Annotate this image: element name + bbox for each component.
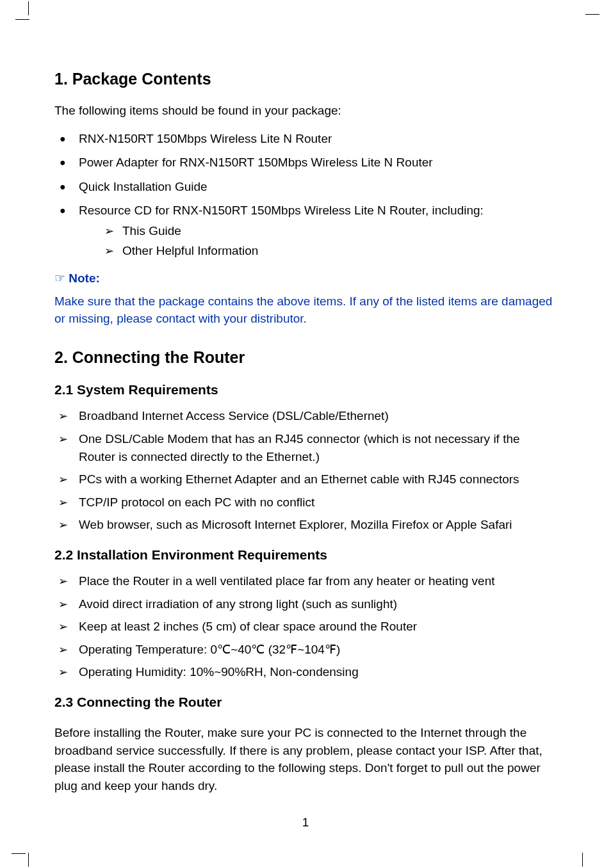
list-item: RNX-N150RT 150Mbps Wireless Lite N Route… xyxy=(54,130,557,148)
list-item: Resource CD for RNX-N150RT 150Mbps Wirel… xyxy=(54,202,557,259)
section-1-heading: 1. Package Contents xyxy=(54,67,557,90)
list-item: Place the Router in a well ventilated pl… xyxy=(54,572,557,590)
list-item: Web browser, such as Microsoft Internet … xyxy=(54,516,557,534)
list-item: This Guide xyxy=(102,222,557,240)
note-label: Note: xyxy=(54,269,557,287)
crop-mark xyxy=(15,5,29,20)
list-item-text: Resource CD for RNX-N150RT 150Mbps Wirel… xyxy=(79,204,484,217)
list-item: Power Adapter for RNX-N150RT 150Mbps Wir… xyxy=(54,154,557,172)
install-env-list: Place the Router in a well ventilated pl… xyxy=(54,572,557,681)
system-requirements-list: Broadband Internet Access Service (DSL/C… xyxy=(54,407,557,533)
list-item: Operating Temperature: 0℃~40℃ (32℉~104℉) xyxy=(54,641,557,659)
note-body: Make sure that the package contains the … xyxy=(54,293,557,328)
list-item: PCs with a working Ethernet Adapter and … xyxy=(54,470,557,488)
section-2-1-heading: 2.1 System Requirements xyxy=(54,380,557,399)
section-2-3-body: Before installing the Router, make sure … xyxy=(54,724,557,794)
crop-mark xyxy=(582,849,596,863)
section-2-3-heading: 2.3 Connecting the Router xyxy=(54,693,557,712)
crop-mark xyxy=(15,849,29,863)
list-item: Keep at least 2 inches (5 cm) of clear s… xyxy=(54,618,557,636)
page-content: 1. Package Contents The following items … xyxy=(0,0,611,857)
list-item: One DSL/Cable Modem that has an RJ45 con… xyxy=(54,430,557,465)
section-1-intro: The following items should be found in y… xyxy=(54,102,557,120)
list-item: Broadband Internet Access Service (DSL/C… xyxy=(54,407,557,425)
package-list: RNX-N150RT 150Mbps Wireless Lite N Route… xyxy=(54,130,557,259)
list-item: Operating Humidity: 10%~90%RH, Non-conde… xyxy=(54,663,557,681)
section-2-heading: 2. Connecting the Router xyxy=(54,346,557,369)
page-number: 1 xyxy=(54,814,557,832)
crop-mark xyxy=(582,5,596,19)
list-item: TCP/IP protocol on each PC with no confl… xyxy=(54,494,557,511)
list-item: Avoid direct irradiation of any strong l… xyxy=(54,595,557,613)
list-item: Other Helpful Information xyxy=(102,242,557,260)
section-2-2-heading: 2.2 Installation Environment Requirement… xyxy=(54,545,557,565)
package-sublist: This Guide Other Helpful Information xyxy=(102,222,557,259)
list-item: Quick Installation Guide xyxy=(54,178,557,196)
